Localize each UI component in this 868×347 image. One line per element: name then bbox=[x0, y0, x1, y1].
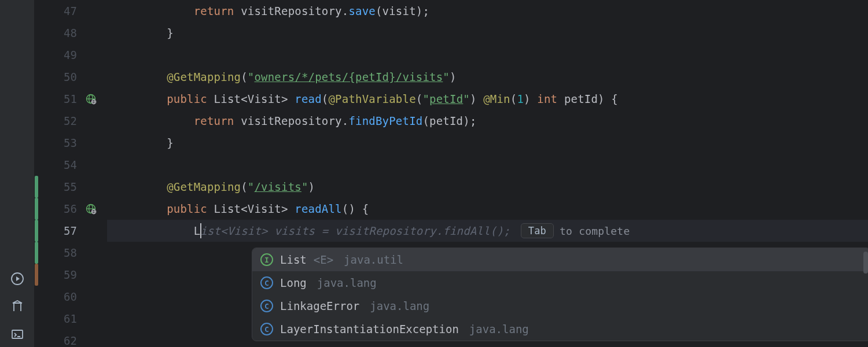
code-line-47[interactable]: return visitRepository.save(visit); bbox=[107, 0, 868, 22]
line-number: 59 bbox=[64, 268, 77, 281]
completion-kind-icon: C bbox=[260, 276, 273, 289]
code-line-51[interactable]: public List<Visit> read(@PathVariable("p… bbox=[107, 88, 868, 110]
line-number: 62 bbox=[64, 334, 77, 347]
editor-code-area[interactable]: return visitRepository.save(visit); } @G… bbox=[107, 0, 868, 347]
completion-kind-icon: C bbox=[260, 300, 273, 312]
completion-item-layerinstantiationexception[interactable]: CLayerInstantiationExceptionjava.lang bbox=[252, 318, 868, 341]
gutter-line-48[interactable]: 48 bbox=[35, 22, 107, 44]
vcs-marker-modified[interactable] bbox=[35, 264, 38, 286]
completion-package: java.util bbox=[344, 253, 403, 266]
tab-key-badge: Tab bbox=[521, 223, 554, 238]
line-number: 50 bbox=[64, 71, 77, 83]
code-line-49[interactable] bbox=[107, 44, 868, 66]
completion-item-long[interactable]: CLongjava.lang bbox=[252, 271, 868, 294]
text-caret bbox=[200, 223, 201, 238]
completion-name: LayerInstantiationException bbox=[280, 323, 459, 335]
build-icon[interactable] bbox=[10, 300, 24, 313]
code-line-55[interactable]: @GetMapping("/visits") bbox=[107, 176, 868, 198]
gutter-line-59[interactable]: 59 bbox=[35, 264, 107, 286]
gutter-line-57[interactable]: 57 bbox=[35, 220, 107, 242]
completion-package: java.lang bbox=[370, 300, 429, 312]
code-line-48[interactable]: } bbox=[107, 22, 868, 44]
completion-kind-icon: C bbox=[260, 323, 273, 335]
line-number: 57 bbox=[64, 224, 77, 237]
line-number: 60 bbox=[64, 290, 77, 303]
completion-popup[interactable]: IList<E>java.utilCLongjava.langCLinkageE… bbox=[252, 248, 868, 341]
line-number: 49 bbox=[64, 49, 77, 61]
editor-gutter: 47484950515253545556575859606162 bbox=[35, 0, 107, 347]
run-icon[interactable] bbox=[10, 272, 24, 286]
inline-hint: Tabto complete bbox=[521, 223, 630, 238]
vcs-marker-added[interactable] bbox=[35, 176, 38, 198]
line-number: 48 bbox=[64, 27, 77, 39]
gutter-line-60[interactable]: 60 bbox=[35, 286, 107, 308]
gutter-line-58[interactable]: 58 bbox=[35, 242, 107, 264]
line-number: 55 bbox=[64, 180, 77, 193]
gutter-line-50[interactable]: 50 bbox=[35, 66, 107, 88]
gutter-line-62[interactable]: 62 bbox=[35, 330, 107, 347]
web-endpoint-icon[interactable] bbox=[85, 203, 97, 215]
code-line-52[interactable]: return visitRepository.findByPetId(petId… bbox=[107, 110, 868, 132]
line-number: 61 bbox=[64, 312, 77, 325]
completion-package: java.lang bbox=[317, 276, 377, 289]
code-line-50[interactable]: @GetMapping("owners/*/pets/{petId}/visit… bbox=[107, 66, 868, 88]
completion-scrollbar[interactable] bbox=[863, 252, 868, 274]
completion-item-linkageerror[interactable]: CLinkageErrorjava.lang bbox=[252, 294, 868, 318]
vcs-marker-added[interactable] bbox=[35, 198, 38, 220]
completion-item-list[interactable]: IList<E>java.util bbox=[252, 248, 868, 271]
completion-generic: <E> bbox=[314, 253, 333, 266]
gutter-line-53[interactable]: 53 bbox=[35, 132, 107, 154]
line-number: 58 bbox=[64, 246, 77, 259]
completion-name: LinkageError bbox=[280, 300, 359, 312]
line-number: 56 bbox=[64, 202, 77, 215]
line-number: 47 bbox=[64, 5, 77, 17]
web-endpoint-icon[interactable] bbox=[85, 93, 97, 105]
vcs-marker-added[interactable] bbox=[35, 220, 38, 242]
code-line-56[interactable]: public List<Visit> readAll() { bbox=[107, 198, 868, 220]
completion-name: List bbox=[280, 253, 307, 266]
gutter-line-47[interactable]: 47 bbox=[35, 0, 107, 22]
code-line-53[interactable]: } bbox=[107, 132, 868, 154]
completion-package: java.lang bbox=[469, 323, 529, 335]
inline-suggestion: ist<Visit> visits = visitRepository.find… bbox=[200, 224, 510, 237]
terminal-icon[interactable] bbox=[10, 327, 24, 341]
line-number: 54 bbox=[64, 158, 77, 171]
completion-name: Long bbox=[280, 276, 307, 289]
svg-rect-1 bbox=[12, 330, 23, 338]
gutter-line-61[interactable]: 61 bbox=[35, 308, 107, 330]
line-number: 51 bbox=[64, 93, 77, 105]
gutter-line-52[interactable]: 52 bbox=[35, 110, 107, 132]
gutter-line-55[interactable]: 55 bbox=[35, 176, 107, 198]
tool-sidebar bbox=[0, 0, 35, 347]
gutter-line-51[interactable]: 51 bbox=[35, 88, 107, 110]
completion-kind-icon: I bbox=[260, 253, 273, 266]
gutter-line-56[interactable]: 56 bbox=[35, 198, 107, 220]
line-number: 52 bbox=[64, 115, 77, 127]
vcs-marker-added[interactable] bbox=[35, 242, 38, 264]
code-line-54[interactable] bbox=[107, 154, 868, 176]
code-line-57[interactable]: List<Visit> visits = visitRepository.fin… bbox=[107, 220, 868, 242]
gutter-line-54[interactable]: 54 bbox=[35, 154, 107, 176]
line-number: 53 bbox=[64, 136, 77, 149]
gutter-line-49[interactable]: 49 bbox=[35, 44, 107, 66]
